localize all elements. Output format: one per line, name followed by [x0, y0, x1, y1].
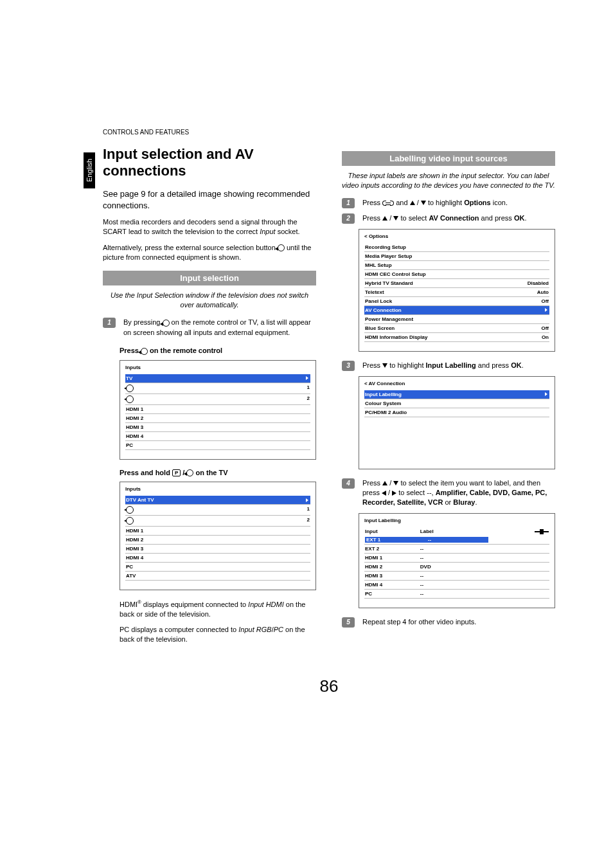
- right-column: Labelling video input sources These inpu…: [342, 142, 555, 651]
- menu-row: HDMI 3--: [364, 572, 549, 581]
- step-number-1: 1: [103, 318, 116, 328]
- menu-row: Recording Setup: [364, 243, 549, 252]
- menu-row: HDMI 1: [125, 527, 310, 536]
- intro-paragraph-3: Alternatively, press the external source…: [103, 243, 316, 262]
- menu-row: HDMI 2: [125, 414, 310, 423]
- menu-row: HDMI 3: [125, 545, 310, 554]
- options-menu: < Options Recording Setup Media Player S…: [359, 229, 555, 352]
- menu-row: Panel LockOff: [364, 297, 549, 306]
- intro-paragraph-1: See page 9 for a detailed image showing …: [103, 188, 316, 211]
- av-connection-menu: < AV Connection Input Labelling Colour S…: [359, 376, 555, 469]
- source-icon: [163, 320, 170, 327]
- page-number: 86: [103, 676, 555, 696]
- quick-menu-icon: [382, 201, 394, 206]
- menu-row: Media Player Setup: [364, 252, 549, 261]
- hdmi-note: HDMI® displays equipment connected to In…: [120, 599, 316, 619]
- step-2-right-text: Press / to select AV Connection and pres…: [362, 213, 555, 224]
- up-icon: [382, 216, 387, 221]
- labelling-note: These input labels are shown in the inpu…: [342, 171, 555, 190]
- menu-row: HDMI CEC Control Setup: [364, 270, 549, 279]
- menu-row: HDMI Information DisplayOn: [364, 333, 549, 342]
- menu-row: PC/HDMI 2 Audio: [364, 408, 549, 417]
- step-1-text: By pressing on the remote control or TV,…: [123, 318, 316, 338]
- menu-row: HDMI 2: [125, 536, 310, 545]
- step-1-right-text: Press and / to highlight Options icon.: [362, 198, 555, 208]
- menu-row: HDMI 4: [125, 554, 310, 563]
- menu-row: TeletextAuto: [364, 288, 549, 297]
- menu-title: Inputs: [125, 486, 310, 492]
- menu-row-selected: EXT 1 --: [364, 536, 549, 545]
- input-labelling-menu: Input Labelling InputLabel EXT 1 -- EXT …: [359, 513, 555, 608]
- step-number-3: 3: [342, 361, 355, 371]
- instruction-remote: Press on the remote control: [120, 347, 316, 355]
- menu-row: 1: [125, 383, 310, 394]
- menu-row: ATV: [125, 572, 310, 581]
- step-3-right-text: Press to highlight Input Labelling and p…: [362, 361, 555, 371]
- menu-row-selected: DTV Ant TV: [125, 496, 310, 505]
- page-content: CONTROLS AND FEATURES Input selection an…: [0, 0, 613, 722]
- menu-row: PC: [125, 441, 310, 450]
- up-icon: [410, 201, 415, 205]
- menu-row: HDMI 2DVD: [364, 563, 549, 572]
- ext-input-icon: [126, 506, 134, 514]
- page-header: CONTROLS AND FEATURES: [103, 129, 555, 136]
- menu-row: Blue ScreenOff: [364, 324, 549, 333]
- step-number-1: 1: [342, 198, 355, 208]
- menu-row: 2: [125, 516, 310, 527]
- step-4-right: 4 Press / to select the item you want to…: [342, 478, 555, 508]
- menu-header-row: InputLabel: [364, 527, 549, 536]
- left-column: Input selection and AV connections See p…: [103, 142, 316, 651]
- menu-row: Colour System: [364, 399, 549, 408]
- inputs-menu-tv: Inputs DTV Ant TV 1 2 HDMI 1 HDMI 2 HDMI…: [120, 482, 316, 590]
- step-1-left: 1 By pressing on the remote control or T…: [103, 318, 316, 338]
- menu-row: 2: [125, 394, 310, 405]
- menu-row: EXT 2--: [364, 545, 549, 554]
- menu-title: Input Labelling: [364, 518, 549, 523]
- menu-row: HDMI 1--: [364, 554, 549, 563]
- menu-row: Power Management: [364, 315, 549, 324]
- section-labelling: Labelling video input sources: [342, 151, 555, 166]
- menu-row: Hybrid TV StandardDisabled: [364, 279, 549, 288]
- menu-title: < AV Connection: [364, 381, 549, 386]
- left-icon: [382, 491, 386, 496]
- source-icon: [141, 348, 148, 355]
- pc-note: PC displays a computer connected to Inpu…: [120, 625, 316, 644]
- source-icon: [186, 469, 193, 476]
- menu-row: HDMI 4: [125, 432, 310, 441]
- menu-title: Inputs: [125, 365, 310, 370]
- menu-row-selected: TV: [125, 374, 310, 383]
- input-selection-note: Use the Input Selection window if the te…: [103, 291, 316, 310]
- menu-row: 1: [125, 505, 310, 516]
- menu-row-selected: Input Labelling: [364, 390, 549, 399]
- p-button-icon: P: [172, 469, 181, 476]
- inputs-menu-remote: Inputs TV 1 2 HDMI 1 HDMI 2 HDMI 3 HDMI …: [120, 360, 316, 460]
- ext-input-icon: [126, 517, 134, 525]
- menu-row: HDMI 4--: [364, 581, 549, 590]
- step-5-right: 5 Repeat step 4 for other video inputs.: [342, 617, 555, 628]
- down-icon: [421, 201, 426, 205]
- menu-row-selected: AV Connection: [364, 306, 549, 315]
- section-input-selection: Input selection: [103, 271, 316, 285]
- page-title: Input selection and AV connections: [103, 146, 316, 179]
- ext-input-icon: [126, 384, 134, 392]
- down-icon: [382, 363, 387, 368]
- step-number-5: 5: [342, 617, 355, 628]
- menu-row: PC: [125, 563, 310, 572]
- menu-title: < Options: [364, 233, 549, 239]
- two-column-layout: Input selection and AV connections See p…: [103, 142, 555, 651]
- up-icon: [382, 481, 387, 485]
- instruction-tv: Press and hold P / on the TV: [120, 469, 316, 477]
- menu-row: MHL Setup: [364, 261, 549, 270]
- step-5-right-text: Repeat step 4 for other video inputs.: [362, 617, 555, 628]
- ext-input-icon: [126, 395, 134, 403]
- step-3-right: 3 Press to highlight Input Labelling and…: [342, 361, 555, 371]
- menu-row: HDMI 1: [125, 405, 310, 414]
- slider-icon: [535, 530, 549, 534]
- step-4-right-text: Press / to select the item you want to l…: [362, 478, 555, 508]
- step-number-2: 2: [342, 213, 355, 224]
- step-number-4: 4: [342, 478, 355, 489]
- source-icon: [278, 244, 285, 251]
- menu-row: HDMI 3: [125, 423, 310, 432]
- menu-row: PC--: [364, 590, 549, 599]
- step-2-right: 2 Press / to select AV Connection and pr…: [342, 213, 555, 224]
